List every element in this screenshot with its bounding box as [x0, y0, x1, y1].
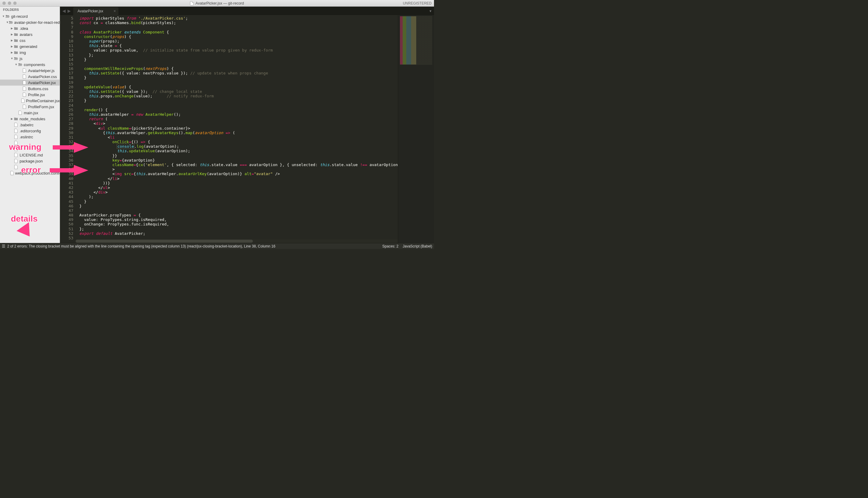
code-line[interactable]: onChange: PropTypes.func.isRequired,: [79, 222, 398, 226]
line-number[interactable]: 30: [60, 131, 73, 135]
code-line[interactable]: );: [79, 194, 398, 199]
code-line[interactable]: <div>: [79, 121, 398, 126]
line-number[interactable]: 31: [60, 135, 73, 140]
line-number[interactable]: 17: [60, 71, 73, 75]
indent-setting[interactable]: Spaces: 2: [383, 244, 398, 248]
code-line[interactable]: {this.avatarHelper.getAvatarKeys().map(a…: [79, 131, 398, 135]
line-number[interactable]: 11: [60, 43, 73, 48]
code-line[interactable]: }: [79, 204, 398, 208]
tree-item[interactable]: AvatarPicker.jsx: [0, 80, 60, 86]
forward-icon[interactable]: ▶: [67, 9, 71, 13]
gutter-error-marker[interactable]: [72, 167, 77, 172]
code-line[interactable]: return (: [79, 117, 398, 121]
tree-item[interactable]: ▶generated: [0, 43, 60, 50]
line-number[interactable]: 43: [60, 190, 73, 194]
tree-item[interactable]: ▶avatars: [0, 31, 60, 37]
line-number[interactable]: 25: [60, 108, 73, 112]
line-number[interactable]: 26: [60, 112, 73, 117]
code-line[interactable]: key={avatarOption}: [79, 158, 398, 162]
status-message[interactable]: 2 of 2 errors: The closing bracket must …: [7, 244, 276, 248]
code-line[interactable]: };: [79, 227, 398, 231]
line-number[interactable]: 45: [60, 199, 73, 204]
code-line[interactable]: updateValue(value) {: [79, 85, 398, 89]
tab-history-nav[interactable]: ◀ ▶: [62, 9, 71, 13]
line-number[interactable]: 32: [60, 140, 73, 144]
code-line[interactable]: <li: [79, 135, 398, 140]
code-line[interactable]: }: [79, 75, 398, 80]
tab-bar[interactable]: ◀ ▶ AvatarPicker.jsx × ▾: [60, 6, 434, 15]
code-line[interactable]: >: [79, 167, 398, 171]
tree-item[interactable]: main.jsx: [0, 110, 60, 116]
code-line[interactable]: <ul className={pickerStyles.container}>: [79, 126, 398, 131]
syntax-setting[interactable]: JavaScript (Babel): [403, 244, 432, 248]
code-line[interactable]: value: props.value, // initialize state …: [79, 48, 398, 52]
code-content[interactable]: import pickerStyles from './AvatarPicker…: [76, 15, 398, 243]
line-number[interactable]: 18: [60, 75, 73, 80]
code-line[interactable]: }: [79, 57, 398, 62]
line-number[interactable]: 53: [60, 236, 73, 240]
line-number[interactable]: 49: [60, 217, 73, 222]
show-tabs-dropdown-icon[interactable]: ▾: [429, 9, 431, 13]
code-line[interactable]: }: [79, 98, 398, 103]
gutter-warning-marker[interactable]: [72, 144, 77, 149]
disclosure-open-icon[interactable]: ▼: [2, 15, 5, 18]
line-number[interactable]: 6: [60, 21, 73, 25]
disclosure-closed-icon[interactable]: ▶: [10, 33, 14, 36]
code-line[interactable]: render() {: [79, 108, 398, 112]
disclosure-open-icon[interactable]: ▼: [14, 63, 18, 66]
line-number[interactable]: 29: [60, 126, 73, 131]
code-line[interactable]: export default AvatarPicker;: [79, 231, 398, 236]
line-number[interactable]: 16: [60, 66, 73, 71]
tree-item[interactable]: package.json: [0, 158, 60, 164]
tree-item[interactable]: LICENSE.md: [0, 152, 60, 158]
code-line[interactable]: value: PropTypes.string.isRequired,: [79, 217, 398, 222]
line-number[interactable]: 23: [60, 98, 73, 103]
code-line[interactable]: </li>: [79, 176, 398, 181]
code-line[interactable]: };: [79, 53, 398, 57]
code-line[interactable]: this.avatarHelper = new AvatarHelper();: [79, 112, 398, 117]
status-bar[interactable]: ☰ 2 of 2 errors: The closing bracket mus…: [0, 243, 434, 249]
line-number[interactable]: 14: [60, 57, 73, 62]
back-icon[interactable]: ◀: [62, 9, 66, 13]
tree-item[interactable]: [0, 140, 60, 146]
disclosure-closed-icon[interactable]: ▶: [10, 51, 14, 54]
code-line[interactable]: [79, 80, 398, 85]
code-line[interactable]: import pickerStyles from './AvatarPicker…: [79, 16, 398, 21]
tree-item[interactable]: ▼avatar-picker-for-react-redux-form: [0, 19, 60, 25]
disclosure-open-icon[interactable]: ▼: [6, 21, 9, 24]
tree-item[interactable]: webpack.production.config.js: [0, 170, 60, 176]
code-line[interactable]: [79, 103, 398, 108]
tree-item[interactable]: AvatarPicker.css: [0, 74, 60, 80]
code-line[interactable]: [79, 62, 398, 66]
code-line[interactable]: this.updateValue(avatarOption);: [79, 149, 398, 153]
code-line[interactable]: }}: [79, 154, 398, 158]
line-number[interactable]: 40: [60, 176, 73, 181]
line-number[interactable]: 12: [60, 48, 73, 52]
code-line[interactable]: onClick={() => {: [79, 140, 398, 144]
line-number[interactable]: 36: [60, 158, 73, 162]
code-line[interactable]: }: [79, 199, 398, 204]
minimize-window-icon[interactable]: [8, 1, 11, 5]
tree-item[interactable]: ▶img: [0, 50, 60, 55]
tree-item[interactable]: Buttons.css: [0, 86, 60, 92]
code-line[interactable]: </div>: [79, 190, 398, 194]
scrollbar-thumb[interactable]: [76, 240, 253, 243]
code-line[interactable]: ))}: [79, 181, 398, 185]
code-line[interactable]: this.setState({ value }); // change loca…: [79, 89, 398, 94]
disclosure-open-icon[interactable]: ▼: [10, 57, 14, 60]
line-number[interactable]: 37: [60, 162, 73, 167]
tree-item[interactable]: ▼js: [0, 55, 60, 62]
disclosure-closed-icon[interactable]: ▶: [10, 39, 14, 42]
tree-item[interactable]: ▶node_modules: [0, 116, 60, 122]
line-number[interactable]: 9: [60, 34, 73, 39]
line-number[interactable]: 13: [60, 53, 73, 57]
line-number[interactable]: 38: [60, 167, 73, 171]
code-line[interactable]: constructor(props) {: [79, 34, 398, 39]
tree-item[interactable]: [0, 164, 60, 170]
line-number[interactable]: 7: [60, 25, 73, 29]
line-number[interactable]: 52: [60, 231, 73, 236]
line-number[interactable]: 27: [60, 117, 73, 121]
minimap[interactable]: [398, 15, 434, 243]
tree-item[interactable]: [0, 146, 60, 152]
tree-item[interactable]: ProfileContainer.jsx: [0, 98, 60, 104]
